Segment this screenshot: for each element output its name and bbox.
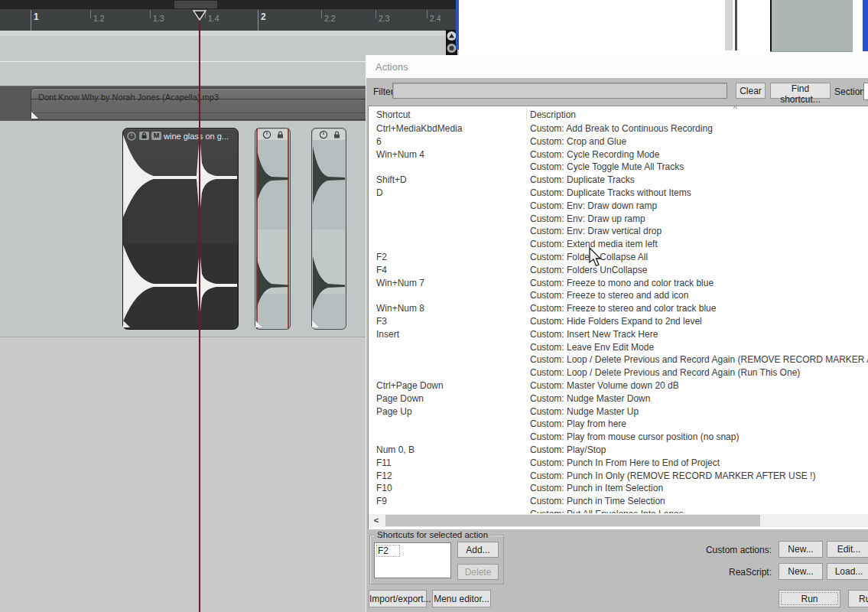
- ruler-tick-label: 1.4: [208, 14, 219, 23]
- description-cell: Custom: Freeze to stereo and add icon: [530, 290, 688, 301]
- ruler-tick: [321, 10, 322, 18]
- playhead-line: [199, 20, 200, 612]
- item-selected-edge: [256, 129, 258, 329]
- timeline-ruler[interactable]: 11.21.31.422.22.32.4: [0, 9, 459, 31]
- shortcut-listbox[interactable]: F2: [374, 542, 451, 578]
- clear-button[interactable]: Clear: [736, 83, 766, 99]
- reascript-load-button[interactable]: Load...: [827, 563, 868, 580]
- actions-dialog: Actions Filter: Clear Find shortcut... S…: [366, 55, 868, 612]
- playhead-marker[interactable]: [193, 10, 206, 21]
- table-row[interactable]: Custom: Put All Envelopes Into Lanes: [369, 508, 868, 513]
- actions-list[interactable]: Shortcut Description ^ Ctrl+MediaKbdMedi…: [368, 106, 868, 529]
- run-button[interactable]: Run: [779, 590, 840, 607]
- description-cell: Custom: Crop and Glue: [530, 136, 626, 147]
- description-cell: Custom: Insert New Track Here: [530, 329, 658, 340]
- shortcut-list-item[interactable]: F2: [376, 545, 400, 557]
- table-row[interactable]: Page DownCustom: Nudge Master Down: [369, 392, 868, 405]
- screen: { "colors":{"playhead":"#6e1b1b","blue_s…: [0, 0, 868, 612]
- add-button[interactable]: Add...: [457, 542, 499, 558]
- shortcut-cell: Insert: [376, 329, 399, 340]
- description-cell: Custom: Play from mouse cursor position …: [530, 431, 739, 442]
- description-cell: Custom: Cycle Recording Mode: [530, 149, 659, 160]
- table-row[interactable]: Custom: Play from mouse cursor position …: [369, 431, 868, 444]
- delete-button[interactable]: Delete: [457, 564, 499, 580]
- table-row[interactable]: Win+Num 4Custom: Cycle Recording Mode: [369, 148, 868, 161]
- table-row[interactable]: Custom: Cycle Toggle Mute All Tracks: [369, 161, 868, 174]
- dialog-titlebar[interactable]: Actions: [366, 55, 868, 78]
- table-row[interactable]: F9Custom: Punch in Time Selection: [369, 495, 868, 508]
- section-combobox[interactable]: [863, 83, 868, 100]
- shortcut-cell: D: [376, 187, 383, 198]
- shortcut-cell: Ctrl+MediaKbdMedia: [376, 123, 462, 134]
- table-row[interactable]: 6Custom: Crop and Glue: [369, 135, 868, 148]
- custom-actions-new-button[interactable]: New...: [779, 541, 823, 558]
- ruler-tick: [150, 10, 151, 18]
- description-cell: Custom: Play from here: [530, 418, 626, 429]
- table-row[interactable]: InsertCustom: Insert New Track Here: [369, 328, 868, 341]
- ruler-tick-label: 2.2: [324, 14, 336, 23]
- run-close-button[interactable]: Run...: [848, 590, 868, 607]
- shortcut-cell: F2: [376, 252, 387, 262]
- shortcut-cell: Win+Num 7: [376, 278, 424, 288]
- background-window: [459, 0, 868, 55]
- table-row[interactable]: Custom: Loop / Delete Previous and Recor…: [369, 353, 868, 366]
- find-shortcut-button[interactable]: Find shortcut...: [770, 83, 831, 99]
- scrollbar-thumb[interactable]: [385, 515, 760, 526]
- filter-input[interactable]: [392, 83, 727, 99]
- import-export-button[interactable]: Import/export...: [369, 590, 427, 607]
- table-row[interactable]: Ctrl+Page DownCustom: Master Volume down…: [369, 379, 868, 392]
- table-row[interactable]: Custom: Env: Draw up ramp: [369, 213, 868, 226]
- description-cell: Custom: Put All Envelopes Into Lanes: [530, 509, 684, 513]
- column-header-description[interactable]: Description: [530, 109, 576, 120]
- table-row[interactable]: F10Custom: Punch in Item Selection: [369, 482, 868, 495]
- groupbox-label: Shortcuts for selected action: [375, 530, 490, 539]
- table-row[interactable]: F2Custom: Folders Collapse All: [369, 251, 868, 264]
- media-item-wine-glass[interactable]: Mwine glass on g...: [122, 128, 239, 330]
- table-row[interactable]: Win+Num 8Custom: Freeze to stereo and co…: [369, 302, 868, 315]
- item-fold-notch: [255, 321, 262, 327]
- table-row[interactable]: Custom: Play from here: [369, 418, 868, 431]
- window-fragment: [770, 0, 853, 51]
- media-item-label: Dont Know Why by Norah Jones (Acapella).…: [38, 93, 219, 102]
- column-divider[interactable]: [526, 108, 527, 121]
- media-item-small-1[interactable]: [255, 128, 291, 330]
- reascript-label: ReaScript:: [695, 567, 772, 578]
- column-header-shortcut[interactable]: Shortcut: [376, 109, 411, 120]
- table-row[interactable]: DCustom: Duplicate Tracks without Items: [369, 187, 868, 200]
- table-row[interactable]: Custom: Env: Draw down ramp: [369, 200, 868, 213]
- table-row[interactable]: Win+Num 7Custom: Freeze to mono and colo…: [369, 277, 868, 290]
- custom-actions-edit-button[interactable]: Edit...: [827, 541, 868, 558]
- table-row[interactable]: Custom: Extend media item left: [369, 238, 868, 251]
- table-row[interactable]: Page UpCustom: Nudge Master Up: [369, 405, 868, 418]
- ruler-tick-label: 1.3: [153, 14, 164, 23]
- horizontal-scrollbar[interactable]: <: [369, 514, 868, 527]
- menu-editor-button[interactable]: Menu editor...: [432, 590, 491, 607]
- table-row[interactable]: Custom: Env: Draw vertical drop: [369, 225, 868, 238]
- window-edge-accent: [863, 0, 868, 51]
- table-row[interactable]: F12Custom: Punch In Only (REMOVE RECORD …: [369, 470, 868, 483]
- item-fold-notch: [312, 321, 319, 327]
- section-label: Section:: [834, 86, 867, 97]
- description-cell: Custom: Nudge Master Up: [530, 406, 639, 417]
- custom-actions-label: Custom actions:: [695, 545, 772, 555]
- shortcut-cell: F12: [376, 470, 392, 481]
- toolbar-fragment: [174, 1, 217, 8]
- item-fold-notch: [31, 112, 38, 119]
- table-row[interactable]: Custom: Leave Env Edit Mode: [369, 341, 868, 354]
- description-cell: Custom: Play/Stop: [530, 444, 606, 455]
- window-fragment: [725, 0, 733, 50]
- shortcut-cell: F4: [376, 265, 387, 275]
- table-row[interactable]: Num 0, BCustom: Play/Stop: [369, 444, 868, 457]
- table-row[interactable]: F3Custom: Hide Folders Expand to 2nd lev…: [369, 315, 868, 328]
- ruler-tick: [258, 10, 258, 31]
- scroll-left-icon[interactable]: <: [370, 514, 382, 527]
- table-row[interactable]: Custom: Loop / Delete Previous and Recor…: [369, 366, 868, 379]
- table-row[interactable]: F4Custom: Folders UnCollapse: [369, 264, 868, 277]
- media-item-small-2[interactable]: [311, 128, 346, 330]
- reascript-new-button[interactable]: New...: [779, 563, 823, 580]
- description-cell: Custom: Loop / Delete Previous and Recor…: [530, 354, 868, 365]
- table-row[interactable]: F11Custom: Punch In From Here to End of …: [369, 457, 868, 470]
- table-row[interactable]: Custom: Freeze to stereo and add icon: [369, 289, 868, 302]
- table-row[interactable]: Shift+DCustom: Duplicate Tracks: [369, 174, 868, 187]
- table-row[interactable]: Ctrl+MediaKbdMediaCustom: Add Break to C…: [369, 122, 868, 135]
